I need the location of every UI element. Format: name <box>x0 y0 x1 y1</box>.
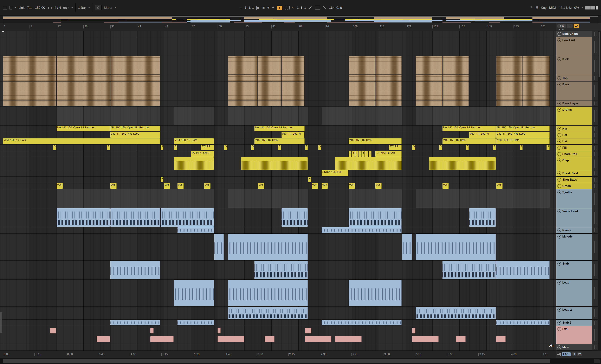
clip[interactable]: 008_Cr <box>110 183 117 189</box>
clip[interactable] <box>375 81 402 100</box>
clip[interactable] <box>349 81 375 100</box>
loop-start-field[interactable]: 1. 1. 1 <box>297 6 306 10</box>
track-header-melody[interactable]: ▾Melody <box>556 234 592 261</box>
clip[interactable] <box>305 336 331 342</box>
clip[interactable] <box>305 328 311 334</box>
clip[interactable]: S <box>224 145 227 150</box>
clip[interactable] <box>258 56 281 75</box>
clip[interactable] <box>416 56 442 75</box>
clip[interactable] <box>174 157 214 170</box>
clip[interactable]: YOJ_150_16_Hats <box>255 138 305 144</box>
clip[interactable] <box>496 56 523 75</box>
fold-arrow-icon[interactable]: ▾ <box>557 308 561 312</box>
clip[interactable] <box>416 107 496 125</box>
tempo-field[interactable]: 152.00 <box>35 6 45 10</box>
clip[interactable]: 008_Cr <box>177 183 184 189</box>
clip[interactable] <box>258 100 281 106</box>
clip[interactable] <box>174 280 214 306</box>
clip[interactable] <box>349 100 375 106</box>
clip[interactable] <box>110 100 160 106</box>
clip[interactable]: 008_Cr <box>204 183 210 189</box>
track-header-shot-bass[interactable]: ▸Shot Bass <box>556 177 592 183</box>
clip[interactable] <box>349 280 402 306</box>
track-header-hat[interactable]: ▾Hat <box>556 126 592 132</box>
width-zoom-button[interactable]: W <box>577 352 582 356</box>
clip[interactable] <box>322 320 402 325</box>
cpu-load-indicator[interactable]: 0% <box>574 6 579 10</box>
clip[interactable] <box>412 328 415 334</box>
clip[interactable] <box>523 56 550 75</box>
clip[interactable] <box>265 336 274 342</box>
clip[interactable]: 008_Cr <box>164 183 170 189</box>
clip[interactable] <box>258 81 281 100</box>
track-lane-hat[interactable]: 030_TR_150_Hat_Loop030_TR_150_H030_TR_15… <box>0 132 556 138</box>
fold-arrow-icon[interactable]: ▸ <box>557 101 561 105</box>
clip[interactable]: 030_TR_150_H <box>469 132 496 138</box>
clip[interactable] <box>281 208 308 227</box>
clip[interactable] <box>228 75 258 81</box>
clip[interactable] <box>349 189 402 208</box>
clip[interactable]: A <box>161 177 164 182</box>
key-root-field[interactable]: C <box>95 5 101 10</box>
clip[interactable] <box>110 261 160 279</box>
track-lane-bass[interactable] <box>0 81 556 100</box>
clip[interactable] <box>496 75 523 81</box>
stop-button[interactable]: ■ <box>262 6 265 10</box>
record-button[interactable]: ● <box>267 6 270 10</box>
metronome-icon[interactable] <box>63 6 69 10</box>
tap-tempo-button[interactable]: Tap <box>27 6 32 10</box>
clip[interactable] <box>174 107 214 125</box>
clip[interactable]: T <box>349 151 351 157</box>
fold-arrow-icon[interactable]: ▸ <box>557 146 561 149</box>
track-lane-clap[interactable] <box>0 157 556 170</box>
scale-menu[interactable]: Major <box>104 6 112 10</box>
track-header-hat[interactable]: ▸Hat <box>556 138 592 145</box>
clip[interactable] <box>3 81 56 100</box>
clip[interactable]: NA_HK_130_Open_Hi_Hat_Loo <box>442 126 496 131</box>
clip[interactable] <box>416 307 496 319</box>
track-header-fill[interactable]: ▸Fill <box>556 145 592 151</box>
clip[interactable] <box>218 336 244 342</box>
clip[interactable] <box>3 100 56 106</box>
clip[interactable]: 008_Cr <box>496 183 503 189</box>
fold-arrow-icon[interactable]: ▸ <box>557 184 561 188</box>
track-lane-lead[interactable] <box>0 280 556 307</box>
clip[interactable]: T <box>359 151 362 157</box>
clip[interactable] <box>442 81 469 100</box>
track-header-side-chain[interactable]: ▸Side Chain <box>556 31 592 37</box>
clip[interactable] <box>523 100 550 106</box>
clip[interactable] <box>416 81 442 100</box>
clip[interactable] <box>57 189 214 208</box>
clip[interactable]: S <box>520 145 523 150</box>
left-scroll-stub[interactable] <box>0 312 2 333</box>
clip[interactable] <box>349 208 402 227</box>
clip[interactable]: A <box>308 177 311 182</box>
track-header-kick[interactable]: ▾Kick <box>556 56 592 75</box>
clip[interactable]: T <box>369 151 372 157</box>
track-header-stab-2[interactable]: ▾Stab 2 <box>556 320 592 326</box>
clip[interactable] <box>161 208 214 227</box>
clip[interactable] <box>228 100 258 106</box>
track-header-snare-roll[interactable]: ▸Snare Roll <box>556 151 592 157</box>
height-zoom-button[interactable]: H <box>572 352 576 356</box>
track-header-voice-lead[interactable]: ▾Voice Lead <box>556 208 592 227</box>
key-map-button[interactable]: Key <box>541 6 547 10</box>
clip[interactable] <box>335 157 402 170</box>
fold-arrow-icon[interactable]: ▾ <box>557 127 561 130</box>
set-locator-button[interactable]: Set <box>557 24 566 28</box>
clip[interactable] <box>375 100 402 106</box>
follow-button-icon[interactable]: → <box>238 6 242 10</box>
fold-arrow-icon[interactable]: ▸ <box>557 228 561 232</box>
clip[interactable] <box>228 234 308 260</box>
clip[interactable]: S <box>318 145 321 150</box>
clip[interactable] <box>322 227 402 233</box>
clip[interactable]: YOJ_150_16_Hats <box>496 138 550 144</box>
track-lane-stab[interactable] <box>0 261 556 280</box>
window-panel-toggle-icon[interactable] <box>3 6 7 9</box>
clip[interactable] <box>349 56 375 75</box>
metronome-caret-icon[interactable]: ▾ <box>71 6 73 9</box>
arrangement-overview[interactable] <box>3 16 598 23</box>
fold-arrow-icon[interactable]: ▸ <box>557 76 561 80</box>
track-header-lead[interactable]: ▾Lead <box>556 280 592 307</box>
grid-mode-icon[interactable]: ▦ <box>535 6 539 10</box>
